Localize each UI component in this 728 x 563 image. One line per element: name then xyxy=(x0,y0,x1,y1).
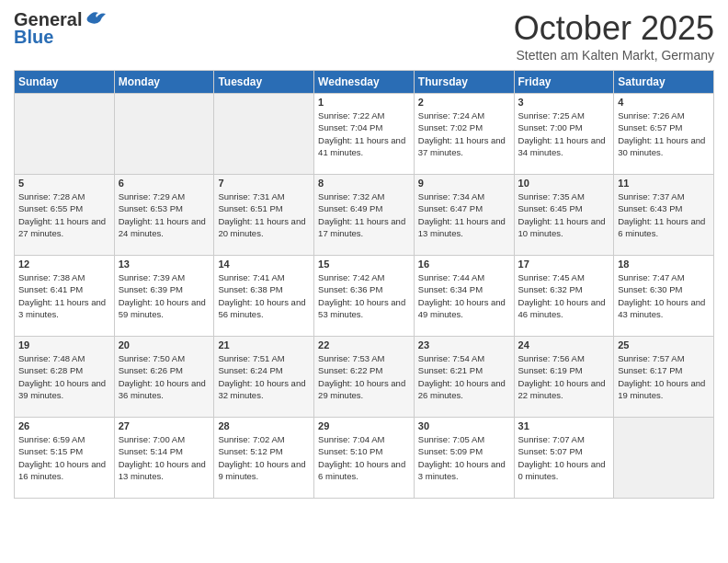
day-number: 13 xyxy=(119,259,210,270)
day-info: Sunrise: 7:22 AMSunset: 7:04 PMDaylight:… xyxy=(318,109,410,158)
week-row-5: 26Sunrise: 6:59 AMSunset: 5:15 PMDayligh… xyxy=(15,418,714,499)
week-row-2: 5Sunrise: 7:28 AMSunset: 6:55 PMDaylight… xyxy=(15,175,714,256)
day-info: Sunrise: 7:53 AMSunset: 6:22 PMDaylight:… xyxy=(318,352,410,401)
sunrise-text: Sunrise: 7:44 AM xyxy=(418,271,510,283)
sunrise-text: Sunrise: 7:51 AM xyxy=(218,352,310,364)
sunset-text: Sunset: 6:57 PM xyxy=(618,121,710,133)
sunset-text: Sunset: 7:02 PM xyxy=(418,121,510,133)
day-info: Sunrise: 7:37 AMSunset: 6:43 PMDaylight:… xyxy=(618,190,710,239)
day-info: Sunrise: 7:24 AMSunset: 7:02 PMDaylight:… xyxy=(418,109,510,158)
calendar-cell: 13Sunrise: 7:39 AMSunset: 6:39 PMDayligh… xyxy=(114,256,214,337)
day-number: 10 xyxy=(518,178,610,189)
daylight-text: Daylight: 10 hours and 53 minutes. xyxy=(318,296,410,321)
calendar-cell: 10Sunrise: 7:35 AMSunset: 6:45 PMDayligh… xyxy=(514,175,614,256)
calendar-cell: 22Sunrise: 7:53 AMSunset: 6:22 PMDayligh… xyxy=(314,337,415,418)
sunset-text: Sunset: 6:49 PM xyxy=(318,202,410,214)
calendar-cell: 18Sunrise: 7:47 AMSunset: 6:30 PMDayligh… xyxy=(614,256,714,337)
sunset-text: Sunset: 6:34 PM xyxy=(418,283,510,295)
sunset-text: Sunset: 5:09 PM xyxy=(418,445,510,457)
day-info: Sunrise: 7:00 AMSunset: 5:14 PMDaylight:… xyxy=(119,433,210,482)
day-info: Sunrise: 7:25 AMSunset: 7:00 PMDaylight:… xyxy=(518,109,610,158)
daylight-text: Daylight: 10 hours and 3 minutes. xyxy=(418,458,510,483)
sunrise-text: Sunrise: 7:37 AM xyxy=(618,190,710,202)
daylight-text: Daylight: 10 hours and 56 minutes. xyxy=(218,296,310,321)
daylight-text: Daylight: 10 hours and 32 minutes. xyxy=(218,377,310,402)
calendar-cell xyxy=(114,94,214,175)
calendar-cell: 15Sunrise: 7:42 AMSunset: 6:36 PMDayligh… xyxy=(314,256,415,337)
week-row-1: 1Sunrise: 7:22 AMSunset: 7:04 PMDaylight… xyxy=(15,94,714,175)
weekday-header-friday: Friday xyxy=(514,71,614,94)
day-info: Sunrise: 7:47 AMSunset: 6:30 PMDaylight:… xyxy=(618,271,710,320)
sunrise-text: Sunrise: 7:32 AM xyxy=(318,190,410,202)
weekday-header-saturday: Saturday xyxy=(614,71,714,94)
day-info: Sunrise: 7:48 AMSunset: 6:28 PMDaylight:… xyxy=(18,352,110,401)
daylight-text: Daylight: 11 hours and 27 minutes. xyxy=(18,215,110,240)
day-number: 12 xyxy=(18,259,110,270)
day-info: Sunrise: 7:57 AMSunset: 6:17 PMDaylight:… xyxy=(618,352,710,401)
daylight-text: Daylight: 10 hours and 36 minutes. xyxy=(119,377,210,402)
calendar-cell: 5Sunrise: 7:28 AMSunset: 6:55 PMDaylight… xyxy=(15,175,115,256)
daylight-text: Daylight: 10 hours and 22 minutes. xyxy=(518,377,610,402)
calendar-cell: 24Sunrise: 7:56 AMSunset: 6:19 PMDayligh… xyxy=(514,337,614,418)
daylight-text: Daylight: 10 hours and 6 minutes. xyxy=(318,458,410,483)
calendar-cell: 8Sunrise: 7:32 AMSunset: 6:49 PMDaylight… xyxy=(314,175,415,256)
day-info: Sunrise: 7:41 AMSunset: 6:38 PMDaylight:… xyxy=(218,271,310,320)
daylight-text: Daylight: 10 hours and 9 minutes. xyxy=(218,458,310,483)
sunrise-text: Sunrise: 6:59 AM xyxy=(18,433,110,445)
sunrise-text: Sunrise: 7:04 AM xyxy=(318,433,410,445)
sunset-text: Sunset: 6:38 PM xyxy=(218,283,310,295)
day-number: 23 xyxy=(418,339,510,350)
weekday-header-thursday: Thursday xyxy=(414,71,514,94)
daylight-text: Daylight: 10 hours and 46 minutes. xyxy=(518,296,610,321)
sunset-text: Sunset: 6:36 PM xyxy=(318,283,410,295)
daylight-text: Daylight: 10 hours and 16 minutes. xyxy=(18,458,110,483)
daylight-text: Daylight: 10 hours and 39 minutes. xyxy=(18,377,110,402)
day-number: 8 xyxy=(318,178,410,189)
sunset-text: Sunset: 5:15 PM xyxy=(18,445,110,457)
sunrise-text: Sunrise: 7:39 AM xyxy=(119,271,210,283)
sunrise-text: Sunrise: 7:24 AM xyxy=(418,109,510,121)
day-info: Sunrise: 7:45 AMSunset: 6:32 PMDaylight:… xyxy=(518,271,610,320)
calendar-cell xyxy=(15,94,115,175)
sunrise-text: Sunrise: 7:05 AM xyxy=(418,433,510,445)
day-number: 29 xyxy=(318,420,410,431)
daylight-text: Daylight: 11 hours and 37 minutes. xyxy=(418,134,510,159)
day-number: 26 xyxy=(18,420,110,431)
calendar-cell: 23Sunrise: 7:54 AMSunset: 6:21 PMDayligh… xyxy=(414,337,514,418)
daylight-text: Daylight: 11 hours and 41 minutes. xyxy=(318,134,410,159)
day-number: 19 xyxy=(18,339,110,350)
calendar-cell: 21Sunrise: 7:51 AMSunset: 6:24 PMDayligh… xyxy=(214,337,314,418)
day-number: 3 xyxy=(518,97,610,108)
calendar-cell: 2Sunrise: 7:24 AMSunset: 7:02 PMDaylight… xyxy=(414,94,514,175)
calendar-cell xyxy=(614,418,714,499)
sunrise-text: Sunrise: 7:31 AM xyxy=(218,190,310,202)
day-number: 21 xyxy=(218,339,310,350)
sunrise-text: Sunrise: 7:38 AM xyxy=(18,271,110,283)
weekday-header-tuesday: Tuesday xyxy=(214,71,314,94)
sunrise-text: Sunrise: 7:41 AM xyxy=(218,271,310,283)
day-info: Sunrise: 7:54 AMSunset: 6:21 PMDaylight:… xyxy=(418,352,510,401)
sunrise-text: Sunrise: 7:29 AM xyxy=(119,190,210,202)
calendar-table: SundayMondayTuesdayWednesdayThursdayFrid… xyxy=(14,70,714,499)
sunset-text: Sunset: 6:30 PM xyxy=(618,283,710,295)
day-number: 27 xyxy=(119,420,210,431)
daylight-text: Daylight: 11 hours and 30 minutes. xyxy=(618,134,710,159)
weekday-header-row: SundayMondayTuesdayWednesdayThursdayFrid… xyxy=(15,71,714,94)
day-info: Sunrise: 7:26 AMSunset: 6:57 PMDaylight:… xyxy=(618,109,710,158)
calendar-cell: 14Sunrise: 7:41 AMSunset: 6:38 PMDayligh… xyxy=(214,256,314,337)
sunrise-text: Sunrise: 7:56 AM xyxy=(518,352,610,364)
daylight-text: Daylight: 11 hours and 10 minutes. xyxy=(518,215,610,240)
calendar-cell: 26Sunrise: 6:59 AMSunset: 5:15 PMDayligh… xyxy=(15,418,115,499)
sunrise-text: Sunrise: 7:47 AM xyxy=(618,271,710,283)
day-number: 1 xyxy=(318,97,410,108)
sunset-text: Sunset: 6:39 PM xyxy=(119,283,210,295)
calendar-cell xyxy=(214,94,314,175)
sunrise-text: Sunrise: 7:57 AM xyxy=(618,352,710,364)
sunrise-text: Sunrise: 7:02 AM xyxy=(218,433,310,445)
logo: General Blue xyxy=(14,9,106,48)
sunrise-text: Sunrise: 7:26 AM xyxy=(618,109,710,121)
sunrise-text: Sunrise: 7:25 AM xyxy=(518,109,610,121)
day-number: 20 xyxy=(119,339,210,350)
calendar-cell: 16Sunrise: 7:44 AMSunset: 6:34 PMDayligh… xyxy=(414,256,514,337)
sunset-text: Sunset: 6:41 PM xyxy=(18,283,110,295)
